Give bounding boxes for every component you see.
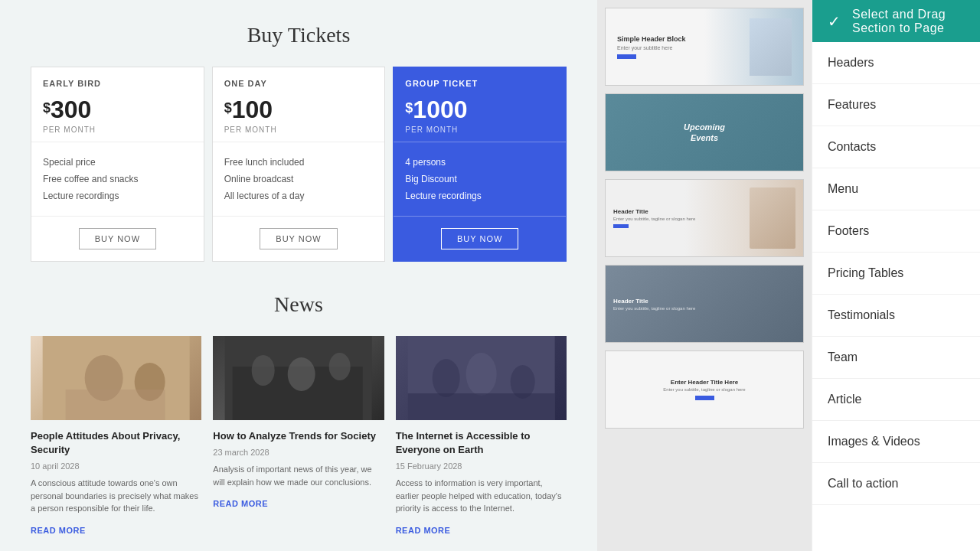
news-article-title: How to Analyze Trends for Society xyxy=(213,429,384,443)
pricing-price: $1000 xyxy=(405,96,554,124)
news-image xyxy=(396,336,567,420)
top-bar-title: Select and Drag Section to Page xyxy=(852,8,965,35)
buy-button[interactable]: BUY NOW xyxy=(260,228,337,249)
category-item-call-to-action[interactable]: Call to action xyxy=(812,463,980,505)
pricing-feature: Lecture recordings xyxy=(405,187,554,204)
thumbnails-panel[interactable]: Simple Header Block Enter your subtitle … xyxy=(597,0,812,551)
pricing-card: ONE DAY $100 PER MONTH Free lunch includ… xyxy=(212,67,386,262)
pricing-card: EARLY BIRD $300 PER MONTH Special priceF… xyxy=(31,67,204,262)
pricing-feature: Free lunch included xyxy=(224,154,374,171)
pricing-tables: EARLY BIRD $300 PER MONTH Special priceF… xyxy=(31,67,567,262)
category-item-article[interactable]: Article xyxy=(812,379,980,421)
buy-button[interactable]: BUY NOW xyxy=(441,228,518,249)
pricing-header: ONE DAY $100 PER MONTH xyxy=(213,67,385,142)
pricing-price: $100 xyxy=(224,96,374,124)
pricing-feature: Lecture recordings xyxy=(43,187,192,204)
categories-panel: ✓ Select and Drag Section to Page Header… xyxy=(812,0,980,551)
thumbnail-item[interactable]: Header Title Enter you subtitle, tagline… xyxy=(605,265,804,343)
pricing-footer: BUY NOW xyxy=(394,217,566,261)
pricing-card: GROUP TICKET $1000 PER MONTH 4 personsBi… xyxy=(393,67,567,262)
pricing-feature: 4 persons xyxy=(405,154,554,171)
pricing-feature: Free coffee and snacks xyxy=(43,171,192,187)
pricing-header: GROUP TICKET $1000 PER MONTH xyxy=(394,67,566,142)
right-panel: Simple Header Block Enter your subtitle … xyxy=(597,0,980,551)
pricing-label: ONE DAY xyxy=(224,79,374,88)
pricing-period: PER MONTH xyxy=(405,126,554,134)
svg-point-10 xyxy=(432,359,459,397)
read-more-link[interactable]: READ MORE xyxy=(213,499,268,508)
tickets-title: Buy Tickets xyxy=(31,23,567,47)
news-img-placeholder xyxy=(213,336,384,420)
pricing-period: PER MONTH xyxy=(224,126,374,134)
news-card: How to Analyze Trends for Society 23 mar… xyxy=(213,336,384,536)
news-article-title: The Internet is Accessible to Everyone o… xyxy=(396,429,567,457)
news-excerpt: A conscious attitude towards one's own p… xyxy=(31,477,201,515)
pricing-features-list: 4 personsBig DiscountLecture recordings xyxy=(394,142,566,217)
news-date: 15 February 2028 xyxy=(396,461,567,471)
buy-button[interactable]: BUY NOW xyxy=(79,228,156,249)
thumb-preview: Header Title Enter you subtitle, tagline… xyxy=(606,180,803,256)
thumbnail-item[interactable]: Enter Header Title Here Enter you subtit… xyxy=(605,350,804,429)
pricing-feature: Big Discount xyxy=(405,171,554,187)
news-excerpt: Access to information is very important,… xyxy=(396,477,567,515)
news-image xyxy=(31,336,201,420)
news-article-title: People Attitudes About Privacy, Security xyxy=(31,429,201,457)
svg-point-11 xyxy=(466,353,496,396)
pricing-features-list: Free lunch includedOnline broadcastAll l… xyxy=(213,142,385,217)
category-item-footers[interactable]: Footers xyxy=(812,210,980,253)
pricing-label: GROUP TICKET xyxy=(405,79,554,88)
pricing-header: EARLY BIRD $300 PER MONTH xyxy=(31,67,204,142)
category-item-pricing-tables[interactable]: Pricing Tables xyxy=(812,253,980,295)
news-card: The Internet is Accessible to Everyone o… xyxy=(396,336,567,536)
thumb-preview: Enter Header Title Here Enter you subtit… xyxy=(606,351,803,428)
pricing-features-list: Special priceFree coffee and snacksLectu… xyxy=(31,142,204,217)
category-item-features[interactable]: Features xyxy=(812,84,980,126)
svg-rect-13 xyxy=(407,393,554,420)
categories-list: HeadersFeaturesContactsMenuFootersPricin… xyxy=(812,42,980,505)
thumbnail-item[interactable]: Simple Header Block Enter your subtitle … xyxy=(605,8,804,86)
news-image xyxy=(213,336,384,420)
news-card: People Attitudes About Privacy, Security… xyxy=(31,336,201,536)
news-title: News xyxy=(31,292,567,317)
svg-point-8 xyxy=(329,353,351,380)
pricing-footer: BUY NOW xyxy=(213,217,385,261)
news-img-placeholder xyxy=(31,336,201,420)
pricing-price: $300 xyxy=(43,96,192,124)
news-date: 23 march 2028 xyxy=(213,448,384,457)
thumb-preview: Header Title Enter you subtitle, tagline… xyxy=(606,266,803,342)
top-bar: ✓ Select and Drag Section to Page xyxy=(812,0,980,42)
category-item-contacts[interactable]: Contacts xyxy=(812,126,980,168)
svg-point-6 xyxy=(252,355,275,386)
check-icon: ✓ xyxy=(828,12,841,31)
pricing-label: EARLY BIRD xyxy=(43,79,192,88)
news-section: News People Attitudes About Privacy, Sec… xyxy=(31,292,567,536)
read-more-link[interactable]: READ MORE xyxy=(31,526,86,535)
pricing-feature: Special price xyxy=(43,154,192,171)
currency-symbol: $ xyxy=(224,100,232,116)
currency-symbol: $ xyxy=(43,100,51,116)
pricing-feature: Online broadcast xyxy=(224,171,374,187)
category-item-headers[interactable]: Headers xyxy=(812,42,980,84)
svg-point-7 xyxy=(288,357,315,391)
category-item-testimonials[interactable]: Testimonials xyxy=(812,295,980,337)
category-item-team[interactable]: Team xyxy=(812,337,980,379)
news-excerpt: Analysis of important news of this year,… xyxy=(213,463,384,488)
pricing-feature: All lectures of a day xyxy=(224,187,374,204)
read-more-link[interactable]: READ MORE xyxy=(396,526,451,535)
pricing-footer: BUY NOW xyxy=(31,217,204,261)
thumbnail-item[interactable]: UpcomingEvents xyxy=(605,93,804,171)
thumbnail-item[interactable]: Header Title Enter you subtitle, tagline… xyxy=(605,179,804,257)
svg-rect-3 xyxy=(66,390,165,420)
pricing-period: PER MONTH xyxy=(43,126,192,134)
news-cards: People Attitudes About Privacy, Security… xyxy=(31,336,567,536)
category-item-menu[interactable]: Menu xyxy=(812,168,980,210)
thumb-preview: Simple Header Block Enter your subtitle … xyxy=(606,8,803,85)
news-date: 10 april 2028 xyxy=(31,461,201,471)
news-img-placeholder xyxy=(396,336,567,420)
thumb-preview: UpcomingEvents xyxy=(606,94,803,171)
category-item-images-videos[interactable]: Images & Videos xyxy=(812,421,980,463)
currency-symbol: $ xyxy=(405,100,413,116)
main-content: Buy Tickets EARLY BIRD $300 PER MONTH Sp… xyxy=(0,0,597,551)
